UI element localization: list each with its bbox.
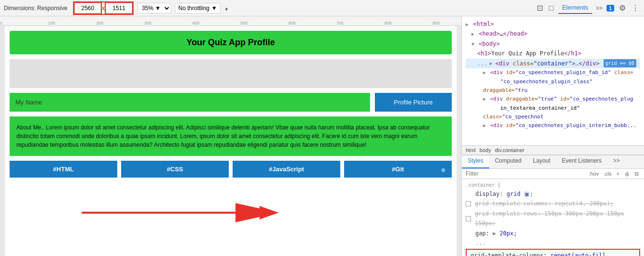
svg-marker-1 — [235, 203, 279, 222]
tab-layout[interactable]: Layout — [527, 155, 556, 168]
tree-tag-h1: <h1>Your Quiz App Profile</h1> — [477, 50, 582, 57]
tab-more-styles[interactable]: >> — [607, 155, 626, 168]
css-prop-gtc-strikethrough: grid-template-columns: repeat(4, 200px); — [466, 199, 640, 208]
inspect-icon-btn[interactable]: ⊡ — [536, 2, 544, 13]
throttle-dropdown[interactable]: No throttling ▼ — [175, 3, 221, 13]
tree-line-h1: <h1>Your Quiz App Profile</h1> — [466, 49, 640, 58]
devtools-toolbar: Dimensions: Responsive x 35% ▼ 50% 75% 1… — [0, 0, 644, 16]
profile-picture-field: Profile Picture — [375, 93, 452, 112]
ruler-mark-0: 0 — [0, 21, 2, 26]
dimensions-label: Dimensions: Responsive — [4, 5, 67, 12]
tab-more[interactable]: >> — [596, 5, 603, 12]
tree-line-html: ▶ <html> — [466, 19, 640, 29]
more-menu-btn[interactable]: ⋮ — [631, 2, 640, 13]
dimension-separator: x — [102, 5, 105, 12]
tree-arrow-container[interactable]: ▶ — [490, 59, 493, 67]
main-area: 0 100 200 300 400 500 600 700 800 900 Yo… — [0, 16, 644, 256]
about-text: About Me.. Lorem ipsum dolor sit amet co… — [16, 124, 430, 148]
breadcrumb-html[interactable]: html — [466, 147, 476, 153]
filter-badge-hov[interactable]: :hov — [587, 171, 600, 177]
tree-tag-container: <div class="container">…</div> — [495, 59, 600, 68]
breadcrumb-body[interactable]: body — [480, 147, 491, 153]
styles-tabs: Styles Computed Layout Event Listeners >… — [462, 155, 644, 169]
filter-icon-1[interactable]: 🖨 — [623, 171, 631, 177]
name-picture-row: My Name Profile Picture — [10, 93, 452, 112]
css-checkbox-gtr[interactable] — [466, 216, 471, 221]
zoom-select[interactable]: 35% ▼ 50% 75% 100% — [137, 3, 171, 13]
ruler-mark-400: 400 — [192, 21, 199, 26]
tree-tag-body: <body> — [479, 40, 499, 47]
css-prop-gtc-highlighted-text: grid-template-columns: repeat(auto-fill,… — [469, 251, 609, 256]
html-tree: ▶ <html> ▶ <head>…</head> ▼ <body> <h1>Y… — [462, 16, 644, 145]
tab-styles[interactable]: Styles — [462, 155, 489, 168]
tree-arrow-fab[interactable]: ▶ — [483, 70, 486, 75]
filter-icon-2[interactable]: ⊟ — [633, 171, 640, 177]
styles-filter-row: :hov .cls + 🖨 ⊟ — [462, 169, 644, 179]
tag-css[interactable]: #CSS — [121, 161, 229, 178]
quiz-profile: Your Quiz App Profile My Name Profile Pi… — [5, 26, 457, 186]
tree-tag-head-close: </head> — [503, 30, 528, 37]
tags-row[interactable]: #HTML #CSS #JavaScript #Git ⊙ — [10, 161, 452, 178]
css-prop-gtc-text: grid-template-columns: repeat(4, 200px); — [473, 199, 614, 208]
ruler-mark-800: 800 — [384, 21, 392, 26]
tree-tag-head: <head> — [479, 30, 499, 37]
styles-panel: Styles Computed Layout Event Listeners >… — [462, 155, 644, 256]
tree-tag-html: <html> — [473, 21, 494, 27]
ruler-mark-200: 200 — [96, 21, 103, 26]
breadcrumb-bar: html body div.container — [462, 145, 644, 155]
css-prop-gap: gap: ▶ 20px; — [466, 229, 640, 238]
tree-arrow-body[interactable]: ▼ — [471, 41, 474, 47]
dimension-inputs: x — [73, 1, 134, 15]
tree-ellipsis-container: ... — [477, 59, 488, 68]
name-placeholder: My Name — [15, 99, 42, 106]
tree-arrow-textarea[interactable]: ▶ — [483, 96, 486, 102]
tree-line-textarea: ▶ <div draggable="true" id="co_speechnot… — [466, 95, 640, 121]
css-prop-gap-text: gap: ▶ 20px; — [466, 229, 517, 238]
tree-arrow-interim[interactable]: ▶ — [483, 123, 486, 128]
devtools-panel: ▶ <html> ▶ <head>…</head> ▼ <body> <h1>Y… — [461, 16, 644, 256]
ruler-mark-900: 900 — [433, 21, 440, 26]
filter-badge-plus[interactable]: + — [615, 171, 621, 177]
quiz-header: Your Quiz App Profile — [10, 31, 452, 54]
filter-badges: :hov .cls + 🖨 ⊟ — [587, 171, 640, 177]
red-arrow-annotation — [77, 189, 284, 237]
tree-arrow-html[interactable]: ▶ — [466, 22, 469, 27]
spacer-row — [10, 59, 452, 88]
css-rule-label: .container { — [466, 181, 640, 189]
filter-badge-cls[interactable]: .cls — [602, 171, 613, 177]
tree-line-fab: ▶ <div id="co_speechnotes_plugin_fab_id"… — [466, 68, 640, 95]
tag-html[interactable]: #HTML — [10, 161, 117, 178]
tag-git[interactable]: #Git ⊙ — [344, 161, 452, 178]
preview-pane: 0 100 200 300 400 500 600 700 800 900 Yo… — [0, 16, 461, 256]
ruler-mark-500: 500 — [240, 21, 248, 26]
css-prop-ellipsis: ... — [466, 238, 640, 248]
styles-filter-input[interactable] — [466, 170, 583, 177]
settings-icon-btn[interactable]: ⚙ — [618, 2, 627, 13]
chat-badge: 1 — [607, 5, 614, 12]
tree-line-container: ... ▶ <div class="container">…</div> gri… — [466, 59, 640, 68]
width-input[interactable] — [74, 3, 101, 13]
ruler-mark-100: 100 — [48, 21, 55, 26]
quiz-header-text: Your Quiz App Profile — [186, 38, 275, 47]
height-input[interactable] — [106, 3, 132, 13]
toolbar-right: ⊡ □ Elements >> 1 ⚙ ⋮ — [536, 2, 640, 14]
tab-event-listeners[interactable]: Event Listeners — [556, 155, 607, 168]
preview-content[interactable]: Your Quiz App Profile My Name Profile Pi… — [5, 26, 457, 256]
breadcrumb-container[interactable]: div.container — [495, 147, 525, 153]
tag-git-circle: ⊙ — [438, 165, 448, 175]
tab-elements[interactable]: Elements — [558, 2, 592, 14]
about-section: About Me.. Lorem ipsum dolor sit amet co… — [10, 116, 452, 156]
ruler-mark-700: 700 — [336, 21, 344, 26]
ruler-mark-300: 300 — [144, 21, 151, 26]
css-prop-display-text: display: grid ▦; — [466, 189, 533, 199]
tree-arrow-head[interactable]: ▶ — [471, 31, 474, 37]
throttle-label: No throttling — [178, 5, 210, 12]
tree-line-interim: ▶ <div id="co_speechnotes_plugin_interim… — [466, 121, 640, 130]
css-prop-display: display: grid ▦; — [466, 189, 640, 199]
css-prop-gtr-text: grid-template-rows: 150px 300px 200px 15… — [473, 209, 640, 229]
tree-line-head: ▶ <head>…</head> — [466, 29, 640, 38]
css-checkbox-gtc[interactable] — [466, 201, 471, 206]
device-icon-btn[interactable]: □ — [548, 3, 555, 13]
tag-javascript[interactable]: #JavaScript — [233, 161, 340, 178]
tab-computed[interactable]: Computed — [489, 155, 527, 168]
